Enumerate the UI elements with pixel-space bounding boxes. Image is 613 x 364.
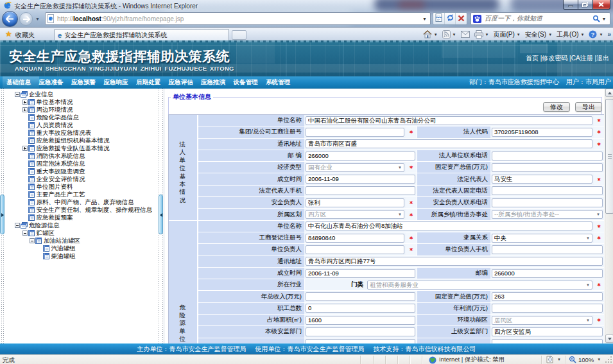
print-button[interactable]: ▼ bbox=[474, 30, 489, 39]
modify-button[interactable]: 修改 bbox=[543, 102, 570, 112]
collapse-handle-right[interactable] bbox=[159, 195, 163, 234]
tree-item[interactable]: 危险化学品信息 bbox=[5, 114, 158, 121]
input-field[interactable] bbox=[492, 163, 603, 172]
collapse-icon[interactable] bbox=[30, 238, 35, 243]
input-field[interactable]: 266000 bbox=[492, 269, 603, 278]
tree-item[interactable]: 单位图片资料 bbox=[5, 183, 158, 191]
home-button[interactable]: ▼ bbox=[423, 30, 438, 39]
more-commands-chevron[interactable]: » bbox=[607, 31, 611, 38]
menu-item-2[interactable]: 应急准备 bbox=[39, 76, 72, 88]
tree-item[interactable]: 重大事故隐患调查 bbox=[5, 168, 158, 175]
select-field[interactable]: 四方区▼ bbox=[306, 210, 404, 219]
input-field[interactable]: 2006-11-09 bbox=[306, 175, 415, 184]
help-menu[interactable]: ?▼ bbox=[589, 30, 603, 39]
expand-icon[interactable] bbox=[22, 107, 28, 112]
frame-splitter[interactable] bbox=[158, 89, 164, 343]
banner-link-2[interactable]: 修改密码 bbox=[542, 55, 567, 62]
refresh-button[interactable] bbox=[444, 13, 456, 24]
input-field[interactable]: 2006-11-09 bbox=[306, 269, 415, 278]
scroll-up-button[interactable] bbox=[605, 89, 613, 97]
collapse-icon[interactable] bbox=[15, 223, 20, 228]
export-button[interactable]: 导出 bbox=[575, 102, 602, 112]
zoom-control[interactable]: 100% ▼ bbox=[569, 356, 601, 363]
privacy-dropdown[interactable]: ▼ bbox=[557, 358, 561, 361]
input-field[interactable]: 263 bbox=[492, 292, 603, 301]
input-field[interactable]: 370205F119008 bbox=[492, 128, 592, 137]
input-field[interactable]: 马安生 bbox=[492, 175, 592, 184]
compatibility-view-button[interactable] bbox=[433, 13, 444, 24]
tools-menu[interactable]: 工具(O)▼ bbox=[557, 30, 584, 39]
address-dropdown[interactable]: ▼ bbox=[420, 17, 429, 21]
select-field[interactable]: 国有企业▼ bbox=[306, 163, 404, 172]
input-field[interactable] bbox=[492, 198, 603, 207]
tree-item[interactable]: 消防供水系统信息 bbox=[5, 152, 158, 160]
input-field[interactable]: 266000 bbox=[306, 152, 415, 160]
input-field[interactable] bbox=[306, 128, 404, 137]
tree-item[interactable]: 贮罐区 bbox=[5, 229, 158, 237]
tree-item[interactable]: 加油站油罐区 bbox=[5, 237, 158, 245]
tree-item[interactable]: 危险源信息 bbox=[5, 221, 158, 229]
read-mail-button[interactable] bbox=[461, 31, 470, 38]
input-field[interactable]: 青岛市四方区周口路77号 bbox=[306, 257, 603, 266]
input-field[interactable]: 四方区安监局 bbox=[492, 327, 603, 336]
safety-menu[interactable]: 安全(S)▼ bbox=[525, 30, 552, 39]
forward-button[interactable] bbox=[19, 12, 33, 26]
favorites-star-icon[interactable]: ★ bbox=[5, 30, 12, 39]
recent-pages-dropdown[interactable]: ▼ bbox=[35, 17, 40, 21]
tree-item[interactable]: 企业信息 bbox=[5, 91, 158, 98]
search-box[interactable]: 百度一下，你就知道 ▼ bbox=[471, 12, 610, 25]
minimize-button[interactable] bbox=[563, 0, 578, 10]
print-dropdown[interactable]: ▼ bbox=[485, 33, 489, 37]
select-field[interactable]: 租赁和商务服务业▼ bbox=[367, 281, 592, 290]
tree-item[interactable]: 安全生产责任制、规章制度、操作规程信息 bbox=[5, 206, 158, 214]
active-tab[interactable]: e 安全生产应急救援指挥辅助决策系统 bbox=[54, 29, 229, 41]
address-bar[interactable]: http://localhost:90/yjzh/frame/homepage.… bbox=[45, 12, 431, 25]
main-scrollbar[interactable] bbox=[605, 89, 613, 343]
input-field[interactable] bbox=[306, 339, 415, 343]
page-menu[interactable]: 页面(P)▼ bbox=[493, 30, 520, 39]
menu-item-6[interactable]: 应急评估 bbox=[169, 76, 202, 88]
collapse-icon[interactable] bbox=[22, 230, 28, 236]
expand-icon[interactable] bbox=[22, 100, 28, 105]
feeds-button[interactable]: ▼ bbox=[442, 30, 456, 39]
tree-item[interactable]: 周边环境情况 bbox=[5, 106, 158, 114]
menu-item-1[interactable]: 基础信息 bbox=[3, 76, 39, 88]
favorites-button[interactable]: 收藏夹 bbox=[15, 31, 35, 40]
tree-item[interactable]: 固定泡沫系统信息 bbox=[5, 160, 158, 168]
menu-item-7[interactable]: 应急推演 bbox=[201, 76, 234, 88]
input-field[interactable]: 张利 bbox=[306, 198, 404, 207]
left-splitter[interactable] bbox=[0, 89, 5, 343]
input-field[interactable] bbox=[492, 339, 603, 343]
tree-item[interactable]: 重大事故应急情况表 bbox=[5, 129, 158, 137]
url-text[interactable]: http://localhost:90/yjzh/frame/homepage.… bbox=[57, 15, 184, 22]
collapse-handle-left[interactable] bbox=[0, 195, 4, 234]
input-field[interactable] bbox=[492, 152, 603, 160]
menu-item-3[interactable]: 应急预警 bbox=[71, 76, 104, 88]
input-field[interactable]: 中国石油化工股份有限公司山东青岛石油分公司 bbox=[306, 116, 592, 125]
input-field[interactable]: 84890840 bbox=[306, 234, 404, 243]
input-field[interactable]: 1600 bbox=[306, 316, 415, 325]
menu-item-5[interactable]: 后期处置 bbox=[136, 76, 169, 88]
tree-item[interactable]: 汽油罐组 bbox=[5, 245, 158, 252]
stop-button[interactable] bbox=[455, 13, 467, 24]
new-tab-button[interactable] bbox=[232, 30, 246, 40]
select-field[interactable]: --所属乡镇/街道办事处--▼ bbox=[492, 210, 603, 219]
collapse-icon[interactable] bbox=[15, 92, 20, 97]
scroll-down-button[interactable] bbox=[605, 334, 613, 343]
home-dropdown[interactable]: ▼ bbox=[434, 33, 438, 37]
resize-grip[interactable] bbox=[605, 356, 612, 363]
select-field[interactable]: 居民区▼ bbox=[492, 316, 592, 325]
menu-item-4[interactable]: 应急响应 bbox=[104, 76, 137, 88]
close-button[interactable] bbox=[593, 0, 610, 10]
search-icon[interactable] bbox=[592, 15, 600, 22]
tree-item[interactable]: 应急救援预案 bbox=[5, 214, 158, 221]
input-field[interactable] bbox=[306, 327, 415, 336]
input-field[interactable]: 0 bbox=[306, 304, 415, 313]
input-field[interactable] bbox=[492, 186, 603, 195]
tree-item[interactable]: 单位基本情况 bbox=[5, 98, 158, 106]
search-dropdown[interactable]: ▼ bbox=[600, 17, 608, 21]
restore-button[interactable] bbox=[578, 0, 593, 10]
input-field[interactable] bbox=[492, 304, 603, 313]
menu-item-9[interactable]: 系统管理 bbox=[266, 76, 298, 88]
menu-item-8[interactable]: 设备管理 bbox=[234, 76, 266, 88]
